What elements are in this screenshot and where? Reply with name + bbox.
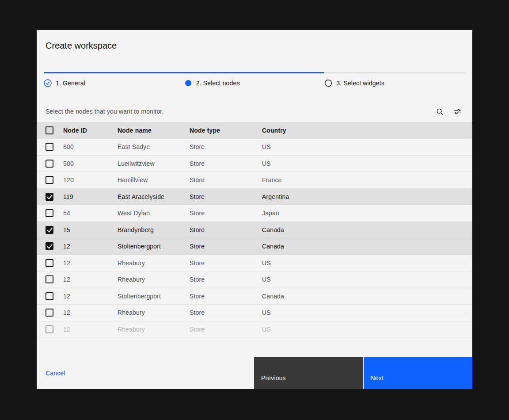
- cell-node-id: 12: [63, 293, 118, 300]
- cell-country: US: [262, 260, 472, 267]
- search-button[interactable]: [431, 103, 448, 120]
- cell-node-id: 12: [63, 276, 118, 283]
- cell-node-name: Brandynberg: [118, 226, 190, 233]
- select-all-checkbox[interactable]: [46, 126, 53, 134]
- row-checkbox[interactable]: [46, 226, 53, 234]
- settings-adjust-icon: [454, 108, 461, 115]
- step-label: 1. General: [56, 80, 85, 87]
- row-checkbox-cell: [46, 242, 63, 250]
- cell-node-id: 12: [63, 326, 118, 333]
- row-checkbox[interactable]: [46, 325, 53, 333]
- row-checkbox[interactable]: [46, 259, 53, 267]
- cell-node-name: Lueilwitzview: [118, 160, 190, 167]
- row-checkbox[interactable]: [46, 160, 53, 168]
- progress-step[interactable]: 2. Select nodes: [184, 72, 325, 87]
- row-checkbox[interactable]: [46, 275, 53, 283]
- cell-node-name: Stoltenbergport: [118, 243, 190, 250]
- table-row[interactable]: 12 Rheabury Store US: [37, 271, 472, 288]
- row-checkbox-cell: [46, 226, 63, 234]
- table-body: 800 East Sadye Store US 500 Lueilwitzvie…: [37, 139, 472, 338]
- row-checkbox-cell: [46, 275, 63, 283]
- row-checkbox-cell: [46, 292, 63, 300]
- previous-button[interactable]: Previous: [254, 357, 363, 389]
- cell-country: US: [262, 309, 472, 316]
- check-circle-icon: [44, 79, 52, 87]
- footer-buttons: Previous Next: [254, 357, 472, 389]
- row-checkbox[interactable]: [46, 176, 53, 184]
- cell-node-id: 120: [63, 176, 118, 183]
- table-row[interactable]: 54 West Dylan Store Japan: [37, 205, 472, 222]
- cell-node-id: 12: [63, 309, 118, 316]
- table-row[interactable]: 119 East Aracelyside Store Argentina: [37, 189, 472, 206]
- table-row[interactable]: 12 Rheabury Store US: [37, 305, 472, 321]
- table-row[interactable]: 800 East Sadye Store US: [37, 139, 472, 156]
- column-header: Node name: [118, 127, 190, 134]
- next-button[interactable]: Next: [363, 357, 473, 389]
- row-checkbox[interactable]: [46, 292, 53, 300]
- row-checkbox[interactable]: [46, 309, 53, 317]
- cell-country: Japan: [262, 210, 472, 217]
- cell-node-id: 12: [63, 243, 118, 250]
- table-toolbar: Select the nodes that you want to monito…: [37, 101, 472, 122]
- cell-node-type: Store: [190, 226, 262, 233]
- cell-node-id: 500: [63, 160, 118, 167]
- cancel-link[interactable]: Cancel: [46, 370, 65, 377]
- circle-outline-icon: [324, 79, 332, 87]
- cell-country: US: [262, 276, 472, 283]
- row-checkbox-cell: [46, 309, 63, 317]
- row-checkbox-cell: [46, 193, 63, 201]
- cell-country: US: [262, 160, 472, 167]
- table-row[interactable]: 500 Lueilwitzview Store US: [37, 156, 472, 172]
- create-workspace-modal: Create workspace 1. General: [37, 30, 472, 389]
- row-checkbox[interactable]: [46, 143, 53, 151]
- cell-node-name: East Aracelyside: [118, 193, 190, 200]
- cell-node-type: Store: [190, 260, 262, 267]
- cell-node-type: Store: [190, 276, 262, 283]
- table-description: Select the nodes that you want to monito…: [37, 108, 431, 115]
- cell-node-type: Store: [190, 210, 262, 217]
- cell-node-name: East Sadye: [118, 143, 190, 150]
- cell-node-id: 15: [63, 226, 118, 233]
- cell-node-type: Store: [190, 293, 262, 300]
- cell-node-type: Store: [190, 309, 262, 316]
- cell-node-name: Hamillview: [118, 176, 190, 183]
- row-checkbox[interactable]: [46, 193, 53, 201]
- table-header-row: Node IDNode nameNode typeCountry: [37, 122, 472, 139]
- search-icon: [436, 108, 444, 115]
- table-row[interactable]: 12 Rheabury Store US: [37, 321, 472, 338]
- table-row[interactable]: 120 Hamillview Store France: [37, 172, 472, 189]
- step-label: 3. Select widgets: [336, 80, 384, 87]
- table-row[interactable]: 12 Stoltenbergport Store Canada: [37, 238, 472, 255]
- cell-node-name: Rheabury: [118, 276, 190, 283]
- row-checkbox-cell: [46, 176, 63, 184]
- row-checkbox-cell: [46, 325, 63, 333]
- row-checkbox[interactable]: [46, 209, 53, 217]
- cell-node-id: 54: [63, 210, 118, 217]
- cell-node-name: West Dylan: [118, 210, 190, 217]
- column-header: Country: [262, 127, 472, 134]
- cell-node-id: 800: [63, 143, 118, 150]
- table-row[interactable]: 15 Brandynberg Store Canada: [37, 222, 472, 239]
- cell-node-type: Store: [190, 243, 262, 250]
- cell-country: US: [262, 143, 472, 150]
- table-row[interactable]: 12 Stoltenbergport Store Canada: [37, 288, 472, 305]
- row-checkbox-cell: [46, 209, 63, 217]
- cell-country: Canada: [262, 293, 472, 300]
- cell-node-name: Rheabury: [118, 260, 190, 267]
- progress-step[interactable]: 3. Select widgets: [324, 72, 465, 87]
- cell-node-id: 12: [63, 260, 118, 267]
- cell-node-name: Stoltenbergport: [118, 293, 190, 300]
- table-row[interactable]: 12 Rheabury Store US: [37, 255, 472, 272]
- cell-node-type: Store: [190, 193, 262, 200]
- row-checkbox[interactable]: [46, 242, 53, 250]
- filter-button[interactable]: [448, 103, 466, 120]
- cell-country: Canada: [262, 243, 472, 250]
- row-checkbox-cell: [46, 143, 63, 151]
- step-label: 2. Select nodes: [196, 80, 240, 87]
- cell-node-type: Store: [190, 326, 262, 333]
- progress-indicator: 1. General 2. Select nodes: [44, 72, 465, 87]
- cell-node-name: Rheabury: [118, 326, 190, 333]
- progress-step[interactable]: 1. General: [44, 72, 184, 87]
- modal-title: Create workspace: [46, 41, 117, 51]
- nodes-table: Node IDNode nameNode typeCountry 800 Eas…: [37, 122, 472, 338]
